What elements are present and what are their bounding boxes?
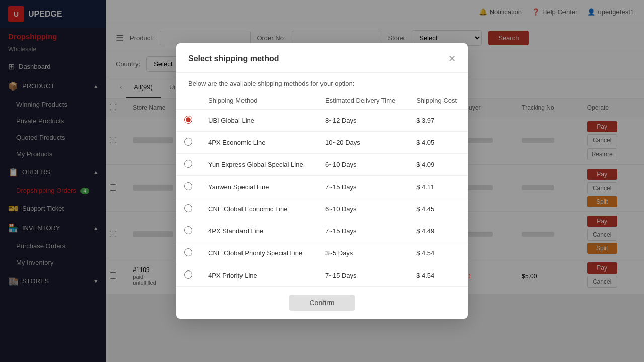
modal-overlay: Select shipping method ✕ Below are the a… <box>0 0 644 362</box>
shipping-radio-7[interactable] <box>184 270 192 279</box>
shipping-method-name-1: 4PX Economic Line <box>200 132 317 154</box>
modal-footer: Confirm <box>176 286 468 319</box>
shipping-cost-6: $ 4.54 <box>408 242 468 264</box>
shipping-option-row: UBI Global Line 8~12 Days $ 3.97 <box>176 110 468 132</box>
modal-subtitle: Below are the available shipping methods… <box>176 73 468 92</box>
shipping-delivery-4: 6~10 Days <box>317 198 408 220</box>
shipping-option-row: Yun Express Global Special Line 6~10 Day… <box>176 154 468 176</box>
shipping-method-name-4: CNE Global Economic Line <box>200 198 317 220</box>
modal-title: Select shipping method <box>188 54 279 63</box>
shipping-option-row: Yanwen Special Line 7~15 Days $ 4.11 <box>176 176 468 198</box>
shipping-radio-2[interactable] <box>184 160 192 168</box>
col-shipping-cost: Shipping Cost <box>408 92 468 110</box>
shipping-delivery-1: 10~20 Days <box>317 132 408 154</box>
shipping-method-name-3: Yanwen Special Line <box>200 176 317 198</box>
shipping-method-name-0: UBI Global Line <box>200 110 317 132</box>
shipping-cost-5: $ 4.49 <box>408 220 468 242</box>
shipping-delivery-3: 7~15 Days <box>317 176 408 198</box>
confirm-button[interactable]: Confirm <box>289 295 354 311</box>
shipping-option-row: CNE Global Economic Line 6~10 Days $ 4.4… <box>176 198 468 220</box>
shipping-cost-2: $ 4.09 <box>408 154 468 176</box>
shipping-delivery-7: 7~15 Days <box>317 264 408 287</box>
shipping-options-table: Shipping Method Estimated Delivery Time … <box>176 92 468 286</box>
radio-cell-2[interactable] <box>176 154 200 176</box>
shipping-radio-6[interactable] <box>184 248 192 256</box>
shipping-radio-1[interactable] <box>184 138 192 146</box>
shipping-option-row: 4PX Economic Line 10~20 Days $ 4.05 <box>176 132 468 154</box>
modal-options-container: Shipping Method Estimated Delivery Time … <box>176 92 468 286</box>
shipping-delivery-0: 8~12 Days <box>317 110 408 132</box>
shipping-method-name-5: 4PX Standard Line <box>200 220 317 242</box>
shipping-delivery-6: 3~5 Days <box>317 242 408 264</box>
shipping-method-name-6: CNE Global Priority Special Line <box>200 242 317 264</box>
radio-cell-4[interactable] <box>176 198 200 220</box>
shipping-option-row: 4PX Standard Line 7~15 Days $ 4.49 <box>176 220 468 242</box>
close-icon[interactable]: ✕ <box>448 53 456 64</box>
shipping-cost-0: $ 3.97 <box>408 110 468 132</box>
col-shipping-method: Shipping Method <box>200 92 317 110</box>
shipping-radio-4[interactable] <box>184 204 192 212</box>
shipping-radio-5[interactable] <box>184 226 192 234</box>
radio-cell-5[interactable] <box>176 220 200 242</box>
shipping-cost-3: $ 4.11 <box>408 176 468 198</box>
modal-header: Select shipping method ✕ <box>176 43 468 73</box>
shipping-method-name-2: Yun Express Global Special Line <box>200 154 317 176</box>
shipping-method-name-7: 4PX Priority Line <box>200 264 317 287</box>
shipping-method-modal: Select shipping method ✕ Below are the a… <box>176 43 468 319</box>
shipping-radio-0[interactable] <box>184 116 192 124</box>
col-radio <box>176 92 200 110</box>
radio-cell-3[interactable] <box>176 176 200 198</box>
shipping-radio-3[interactable] <box>184 182 192 190</box>
radio-cell-6[interactable] <box>176 242 200 264</box>
shipping-option-row: CNE Global Priority Special Line 3~5 Day… <box>176 242 468 264</box>
radio-cell-0[interactable] <box>176 110 200 132</box>
shipping-cost-1: $ 4.05 <box>408 132 468 154</box>
shipping-cost-7: $ 4.54 <box>408 264 468 287</box>
radio-cell-7[interactable] <box>176 264 200 287</box>
shipping-cost-4: $ 4.45 <box>408 198 468 220</box>
radio-cell-1[interactable] <box>176 132 200 154</box>
shipping-option-row: 4PX Priority Line 7~15 Days $ 4.54 <box>176 264 468 287</box>
col-delivery-time: Estimated Delivery Time <box>317 92 408 110</box>
shipping-delivery-2: 6~10 Days <box>317 154 408 176</box>
shipping-delivery-5: 7~15 Days <box>317 220 408 242</box>
